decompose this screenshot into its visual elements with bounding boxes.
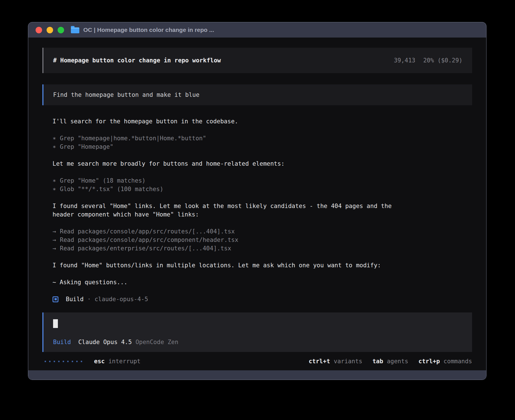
tool-call-group: ∗Grep "Home" (18 matches) ∗Glob "**/*.ts… [53,176,472,193]
agent-square-icon [53,296,58,302]
assistant-text: I found several "Home" links. Let me loo… [53,202,472,210]
assistant-paragraph: Let me search more broadly for buttons a… [53,159,472,168]
minimize-button[interactable] [47,27,53,33]
zoom-button[interactable] [58,27,64,33]
agent-name: Build [66,295,84,303]
agent-status-line: Build · claude-opus-4-5 [53,295,472,303]
assistant-paragraph: I'll search for the homepage button in t… [53,117,472,126]
session-title: # Homepage button color change in repo w… [53,56,221,65]
session-stats: 39,413 20% ($0.29) [394,56,462,65]
assistant-text: Let me search more broadly for buttons a… [53,159,472,168]
tool-call-text: Glob "**/*.tsx" (100 matches) [60,186,163,193]
tool-call-group: ∗Grep "homepage|home.*button|Home.*butto… [53,134,472,151]
input-meta: Build Claude Opus 4.5 OpenCode Zen [53,338,462,346]
agent-model: claude-opus-4-5 [95,295,148,303]
tool-call-text: Read packages/console/app/src/routes/[..… [60,228,235,235]
dot-separator: · [87,295,91,303]
hint-variants: ctrl+t variants [309,357,362,366]
context-cost: 20% ($0.29) [423,56,462,65]
tool-call-text: Grep "Home" (18 matches) [60,177,145,184]
tool-call-text: Grep "homepage|home.*button|Home.*button… [60,135,206,142]
read-tool-call: →Read packages/console/app/src/routes/[.… [53,227,472,236]
user-message-text: Find the homepage button and make it blu… [53,91,199,99]
hint-commands: ctrl+p commands [418,357,472,366]
hint-key: esc [94,357,105,366]
hint-label: interrupt [108,357,141,366]
read-tool-call: →Read packages/enterprise/src/routes/[..… [53,244,472,253]
hint-label: commands [444,357,472,366]
model-name[interactable]: Claude Opus 4.5 [78,338,132,346]
arrow-right-icon: → [53,236,60,244]
working-status: ~ Asking questions... [53,278,472,286]
text-cursor [53,319,58,328]
provider-name: OpenCode Zen [136,338,178,346]
user-message: Find the homepage button and make it blu… [42,84,472,105]
assistant-paragraph: I found "Home" buttons/links in multiple… [53,261,472,270]
hint-key: ctrl+p [418,357,440,366]
hint-interrupt: esc interrupt [94,357,141,366]
hint-key: tab [372,357,383,366]
tool-call-text: Read packages/console/app/src/component/… [60,237,238,243]
read-tool-call: →Read packages/console/app/src/component… [53,236,472,244]
hint-key: ctrl+t [309,357,330,366]
session-header: # Homepage button color change in repo w… [42,48,472,73]
token-count: 39,413 [394,56,415,65]
close-button[interactable] [36,27,42,33]
working-status-text: ~ Asking questions... [53,278,472,286]
window-bottom-strip [28,370,486,380]
mode-selector[interactable]: Build [53,338,71,346]
hint-label: variants [334,357,362,366]
conversation: I'll search for the homepage button in t… [42,105,472,303]
status-bar-right: ctrl+t variants tab agents ctrl+p comman… [309,357,472,366]
assistant-text: I'll search for the homepage button in t… [53,117,472,126]
tool-call-text: Read packages/enterprise/src/routes/[...… [60,245,231,252]
arrow-right-icon: → [53,244,60,253]
arrow-right-icon: → [53,227,60,236]
assistant-text: I found "Home" buttons/links in multiple… [53,261,472,270]
status-bar: esc interrupt ctrl+t variants tab agents… [42,352,472,370]
tool-call: ∗Glob "**/*.tsx" (100 matches) [53,185,472,193]
folder-icon [71,27,79,33]
terminal-window: OC | Homepage button color change in rep… [28,22,486,380]
tool-call-text: Grep "Homepage" [60,143,114,150]
tool-bullet-icon: ∗ [53,134,60,143]
tool-call: ∗Grep "Home" (18 matches) [53,176,472,185]
assistant-text: header component which have "Home" links… [53,210,472,219]
tool-bullet-icon: ∗ [53,176,60,185]
tool-call-group: →Read packages/console/app/src/routes/[.… [53,227,472,253]
window-title-group: OC | Homepage button color change in rep… [71,27,214,33]
traffic-lights [36,27,64,33]
hint-label: agents [387,357,408,366]
tool-call: ∗Grep "Homepage" [53,143,472,151]
assistant-paragraph: I found several "Home" links. Let me loo… [53,202,472,219]
tool-bullet-icon: ∗ [53,185,60,193]
tool-bullet-icon: ∗ [53,143,60,151]
hint-agents: tab agents [372,357,408,366]
titlebar[interactable]: OC | Homepage button color change in rep… [28,22,486,38]
terminal-body: # Homepage button color change in repo w… [28,38,486,370]
window-title: OC | Homepage button color change in rep… [83,27,214,33]
prompt-input[interactable]: Build Claude Opus 4.5 OpenCode Zen [42,312,472,352]
tool-call: ∗Grep "homepage|home.*button|Home.*butto… [53,134,472,143]
spinner-dots-icon [45,361,82,362]
